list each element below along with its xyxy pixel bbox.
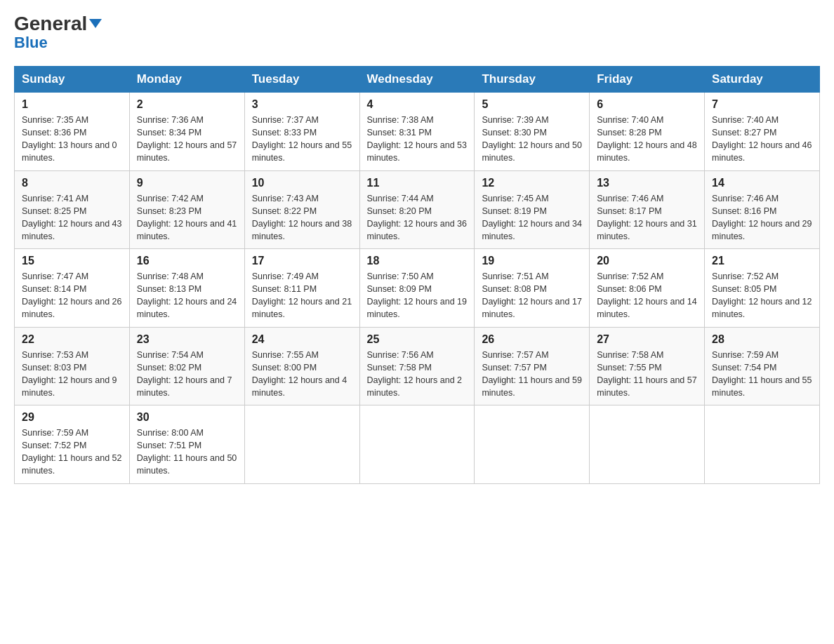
calendar-cell: 25 Sunrise: 7:56 AM Sunset: 7:58 PM Dayl… [359, 327, 475, 405]
day-info: Sunrise: 7:47 AM Sunset: 8:14 PM Dayligh… [22, 270, 122, 321]
calendar-week-row: 22 Sunrise: 7:53 AM Sunset: 8:03 PM Dayl… [15, 327, 820, 405]
calendar-cell: 5 Sunrise: 7:39 AM Sunset: 8:30 PM Dayli… [475, 93, 590, 171]
day-info: Sunrise: 7:53 AM Sunset: 8:03 PM Dayligh… [22, 349, 122, 400]
day-info: Sunrise: 7:38 AM Sunset: 8:31 PM Dayligh… [367, 114, 468, 165]
day-number: 29 [22, 411, 122, 424]
day-info: Sunrise: 7:56 AM Sunset: 7:58 PM Dayligh… [367, 349, 468, 400]
day-info: Sunrise: 7:37 AM Sunset: 8:33 PM Dayligh… [252, 114, 352, 165]
day-info: Sunrise: 7:48 AM Sunset: 8:13 PM Dayligh… [137, 270, 237, 321]
day-number: 20 [597, 255, 697, 267]
day-number: 15 [22, 255, 122, 267]
calendar-cell: 19 Sunrise: 7:51 AM Sunset: 8:08 PM Dayl… [475, 249, 590, 328]
calendar-cell: 12 Sunrise: 7:45 AM Sunset: 8:19 PM Dayl… [475, 170, 590, 249]
calendar-cell: 26 Sunrise: 7:57 AM Sunset: 7:57 PM Dayl… [475, 327, 590, 405]
day-info: Sunrise: 7:54 AM Sunset: 8:02 PM Dayligh… [137, 349, 237, 400]
day-info: Sunrise: 7:59 AM Sunset: 7:52 PM Dayligh… [22, 427, 122, 478]
calendar-cell: 29 Sunrise: 7:59 AM Sunset: 7:52 PM Dayl… [15, 405, 130, 484]
day-info: Sunrise: 7:42 AM Sunset: 8:23 PM Dayligh… [137, 192, 237, 243]
day-number: 10 [252, 177, 352, 189]
calendar-cell: 16 Sunrise: 7:48 AM Sunset: 8:13 PM Dayl… [129, 249, 244, 328]
calendar-cell: 23 Sunrise: 7:54 AM Sunset: 8:02 PM Dayl… [129, 327, 244, 405]
calendar-cell [475, 405, 590, 484]
col-monday: Monday [129, 67, 244, 93]
calendar-cell: 9 Sunrise: 7:42 AM Sunset: 8:23 PM Dayli… [129, 170, 244, 249]
col-saturday: Saturday [705, 67, 820, 93]
day-number: 26 [482, 333, 582, 346]
day-info: Sunrise: 7:35 AM Sunset: 8:36 PM Dayligh… [22, 114, 122, 165]
day-number: 9 [137, 177, 237, 189]
calendar-cell: 14 Sunrise: 7:46 AM Sunset: 8:16 PM Dayl… [705, 170, 820, 249]
day-number: 25 [367, 333, 468, 346]
col-wednesday: Wednesday [359, 67, 475, 93]
calendar-cell: 15 Sunrise: 7:47 AM Sunset: 8:14 PM Dayl… [15, 249, 130, 328]
day-number: 17 [252, 255, 352, 267]
calendar-week-row: 1 Sunrise: 7:35 AM Sunset: 8:36 PM Dayli… [15, 93, 820, 171]
day-info: Sunrise: 7:44 AM Sunset: 8:20 PM Dayligh… [367, 192, 468, 243]
calendar-cell: 2 Sunrise: 7:36 AM Sunset: 8:34 PM Dayli… [129, 93, 244, 171]
day-number: 28 [712, 333, 812, 346]
calendar-cell: 22 Sunrise: 7:53 AM Sunset: 8:03 PM Dayl… [15, 327, 130, 405]
day-number: 13 [597, 177, 697, 189]
col-thursday: Thursday [475, 67, 590, 93]
day-info: Sunrise: 7:58 AM Sunset: 7:55 PM Dayligh… [597, 349, 697, 400]
day-info: Sunrise: 7:46 AM Sunset: 8:16 PM Dayligh… [712, 192, 812, 243]
col-sunday: Sunday [15, 67, 130, 93]
day-number: 22 [22, 333, 122, 346]
day-number: 14 [712, 177, 812, 189]
day-info: Sunrise: 7:43 AM Sunset: 8:22 PM Dayligh… [252, 192, 352, 243]
calendar-cell: 3 Sunrise: 7:37 AM Sunset: 8:33 PM Dayli… [244, 93, 359, 171]
day-info: Sunrise: 7:51 AM Sunset: 8:08 PM Dayligh… [482, 270, 582, 321]
day-info: Sunrise: 7:50 AM Sunset: 8:09 PM Dayligh… [367, 270, 468, 321]
calendar-cell: 6 Sunrise: 7:40 AM Sunset: 8:28 PM Dayli… [590, 93, 705, 171]
calendar-cell [359, 405, 475, 484]
day-info: Sunrise: 7:40 AM Sunset: 8:28 PM Dayligh… [597, 114, 697, 165]
day-number: 27 [597, 333, 697, 346]
calendar-cell: 7 Sunrise: 7:40 AM Sunset: 8:27 PM Dayli… [705, 93, 820, 171]
day-number: 5 [482, 98, 582, 111]
day-number: 11 [367, 177, 468, 189]
calendar-table: Sunday Monday Tuesday Wednesday Thursday… [14, 66, 820, 484]
calendar-cell [244, 405, 359, 484]
day-info: Sunrise: 7:36 AM Sunset: 8:34 PM Dayligh… [137, 114, 237, 165]
day-number: 12 [482, 177, 582, 189]
calendar-cell: 1 Sunrise: 7:35 AM Sunset: 8:36 PM Dayli… [15, 93, 130, 171]
calendar-cell: 17 Sunrise: 7:49 AM Sunset: 8:11 PM Dayl… [244, 249, 359, 328]
day-number: 30 [137, 411, 237, 424]
day-info: Sunrise: 7:59 AM Sunset: 7:54 PM Dayligh… [712, 349, 812, 400]
day-number: 4 [367, 98, 468, 111]
calendar-cell: 10 Sunrise: 7:43 AM Sunset: 8:22 PM Dayl… [244, 170, 359, 249]
day-number: 21 [712, 255, 812, 267]
day-info: Sunrise: 7:55 AM Sunset: 8:00 PM Dayligh… [252, 349, 352, 400]
calendar-cell: 13 Sunrise: 7:46 AM Sunset: 8:17 PM Dayl… [590, 170, 705, 249]
day-number: 8 [22, 177, 122, 189]
calendar-cell: 4 Sunrise: 7:38 AM Sunset: 8:31 PM Dayli… [359, 93, 475, 171]
calendar-cell [705, 405, 820, 484]
calendar-cell: 18 Sunrise: 7:50 AM Sunset: 8:09 PM Dayl… [359, 249, 475, 328]
calendar-cell: 11 Sunrise: 7:44 AM Sunset: 8:20 PM Dayl… [359, 170, 475, 249]
day-number: 16 [137, 255, 237, 267]
day-number: 24 [252, 333, 352, 346]
day-info: Sunrise: 7:39 AM Sunset: 8:30 PM Dayligh… [482, 114, 582, 165]
day-info: Sunrise: 7:45 AM Sunset: 8:19 PM Dayligh… [482, 192, 582, 243]
day-number: 2 [137, 98, 237, 111]
day-number: 18 [367, 255, 468, 267]
day-info: Sunrise: 7:40 AM Sunset: 8:27 PM Dayligh… [712, 114, 812, 165]
col-friday: Friday [590, 67, 705, 93]
day-info: Sunrise: 8:00 AM Sunset: 7:51 PM Dayligh… [137, 427, 237, 478]
day-number: 23 [137, 333, 237, 346]
day-info: Sunrise: 7:52 AM Sunset: 8:05 PM Dayligh… [712, 270, 812, 321]
logo-blue: Blue [14, 34, 48, 52]
calendar-week-row: 29 Sunrise: 7:59 AM Sunset: 7:52 PM Dayl… [15, 405, 820, 484]
day-number: 7 [712, 98, 812, 111]
calendar-cell: 30 Sunrise: 8:00 AM Sunset: 7:51 PM Dayl… [129, 405, 244, 484]
day-info: Sunrise: 7:46 AM Sunset: 8:17 PM Dayligh… [597, 192, 697, 243]
logo: General Blue [14, 14, 102, 52]
day-number: 19 [482, 255, 582, 267]
calendar-cell: 21 Sunrise: 7:52 AM Sunset: 8:05 PM Dayl… [705, 249, 820, 328]
col-tuesday: Tuesday [244, 67, 359, 93]
calendar-cell [590, 405, 705, 484]
calendar-cell: 8 Sunrise: 7:41 AM Sunset: 8:25 PM Dayli… [15, 170, 130, 249]
calendar-cell: 27 Sunrise: 7:58 AM Sunset: 7:55 PM Dayl… [590, 327, 705, 405]
calendar-week-row: 8 Sunrise: 7:41 AM Sunset: 8:25 PM Dayli… [15, 170, 820, 249]
day-number: 6 [597, 98, 697, 111]
